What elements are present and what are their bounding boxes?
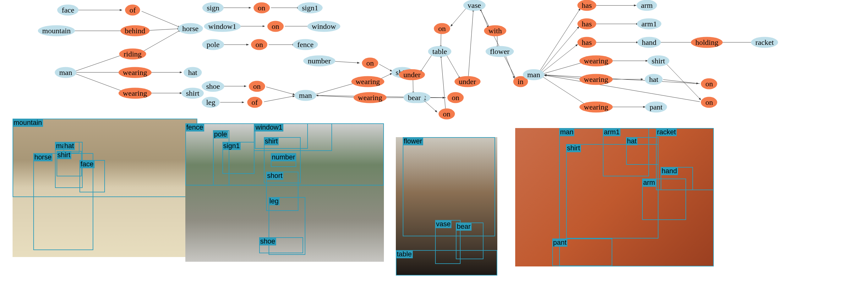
relation-node-riding: riding <box>119 48 146 59</box>
object-node-face: face <box>57 5 79 16</box>
relation-node-on: on <box>362 58 378 69</box>
object-node-man: man <box>295 90 316 101</box>
object-node-bear: bear <box>403 92 425 103</box>
svg-line-55 <box>544 75 700 102</box>
object-node-arm: arm <box>637 0 657 11</box>
svg-line-34 <box>446 54 460 79</box>
relation-node-wearing: wearing <box>353 92 386 103</box>
svg-line-18 <box>314 83 357 95</box>
bbox-shirt: shirt <box>57 151 82 176</box>
svg-line-1 <box>142 11 180 27</box>
bbox-label: flower <box>403 137 423 145</box>
relation-node-on: on <box>701 78 717 90</box>
svg-line-50 <box>543 75 586 79</box>
bbox-label: shirt <box>264 137 279 145</box>
bbox-label: leg <box>269 197 280 205</box>
annotated-image: flowervasebeartable <box>396 137 497 275</box>
svg-line-42 <box>540 26 579 72</box>
bbox-label: hand <box>661 167 678 175</box>
bbox-label: shirt <box>57 151 72 159</box>
relation-node-has: has <box>578 19 596 30</box>
svg-line-21 <box>266 87 295 95</box>
svg-line-54 <box>666 63 701 100</box>
annotated-image: mountainmanhathorseshirtface <box>12 119 197 257</box>
bbox-label: face <box>80 160 95 168</box>
relation-node-under: under <box>399 69 425 80</box>
bbox-face: face <box>80 160 105 192</box>
bbox-number: number <box>271 153 296 167</box>
bbox-label: man <box>559 128 575 136</box>
relation-node-of: of <box>125 5 140 16</box>
annotated-image: fencewindowwindow1polesign1shirtnumbersh… <box>185 123 384 262</box>
bbox-label: mountain <box>12 119 43 127</box>
svg-line-8 <box>75 73 125 92</box>
svg-line-35 <box>468 9 473 78</box>
relation-node-has: has <box>578 0 596 11</box>
object-node-flower: flower <box>485 46 514 57</box>
bbox-label: pole <box>213 130 228 138</box>
bbox-label: sign1 <box>222 142 241 150</box>
bbox-label: racket <box>656 128 677 136</box>
relation-node-on: on <box>251 39 267 50</box>
bbox-label: arm <box>642 178 656 187</box>
object-node-fence: fence <box>293 39 318 50</box>
object-node-man: man <box>523 69 545 80</box>
relation-node-on: on <box>249 81 265 92</box>
bbox-hat: hat <box>626 137 658 165</box>
object-node-hat: hat <box>645 74 662 85</box>
bbox-shoe: shoe <box>259 237 303 253</box>
bbox-pant: pant <box>552 238 612 266</box>
svg-line-36 <box>505 55 515 78</box>
svg-line-52 <box>663 80 699 84</box>
svg-line-53 <box>545 75 700 84</box>
relation-node-holding: holding <box>691 37 722 48</box>
bbox-label: arm1 <box>603 128 620 136</box>
bbox-table: table <box>396 250 497 275</box>
relation-node-behind: behind <box>120 25 150 36</box>
object-node-table: table <box>428 46 452 57</box>
svg-line-3 <box>145 29 180 30</box>
svg-line-4 <box>75 55 122 71</box>
bbox-label: shoe <box>259 237 276 245</box>
svg-line-33 <box>413 78 413 94</box>
bbox-label: short <box>266 172 283 180</box>
bbox-label: horse <box>33 153 53 161</box>
relation-node-of: of <box>247 97 262 108</box>
svg-line-24 <box>315 95 360 97</box>
object-node-mountain: mountain <box>38 25 75 36</box>
bbox-label: bear <box>456 223 471 231</box>
svg-line-29 <box>441 32 441 48</box>
bbox-label: vase <box>435 220 452 228</box>
svg-line-39 <box>441 55 445 110</box>
object-node-pole: pole <box>202 39 224 50</box>
svg-line-32 <box>420 54 433 72</box>
svg-line-48 <box>543 62 586 74</box>
bbox-label: pant <box>552 238 568 247</box>
object-node-shirt: shirt <box>647 55 670 66</box>
relation-node-has: has <box>578 37 596 48</box>
scene-graph: hasarmhasarm1hashandholdingracketwearing… <box>515 3 792 119</box>
object-node-window: window <box>307 21 340 32</box>
object-node-window1: window1 <box>204 21 241 32</box>
relation-node-wearing: wearing <box>351 76 384 87</box>
object-node-pant: pant <box>645 101 667 112</box>
svg-line-37 <box>480 9 516 78</box>
bbox-sign1: sign1 <box>222 142 255 174</box>
relation-node-on: on <box>253 2 270 13</box>
svg-line-28 <box>451 7 467 26</box>
object-node-number: number <box>304 55 335 66</box>
bbox-label: hat <box>626 137 638 145</box>
relation-node-on: on <box>434 23 450 34</box>
object-node-hand: hand <box>638 37 661 48</box>
annotated-image: manarm1racketshirthathandarmpant <box>515 128 714 266</box>
relation-node-wearing: wearing <box>580 101 613 112</box>
bbox-label: hat <box>63 142 75 150</box>
bbox-label: fence <box>185 123 204 131</box>
bbox-label: window1 <box>255 123 284 131</box>
relation-node-wearing: wearing <box>118 67 151 78</box>
svg-line-38 <box>423 99 437 112</box>
svg-line-44 <box>541 44 578 72</box>
relation-node-on: on <box>439 108 455 119</box>
object-node-leg: leg <box>202 97 220 108</box>
bbox-arm: arm <box>642 178 686 220</box>
